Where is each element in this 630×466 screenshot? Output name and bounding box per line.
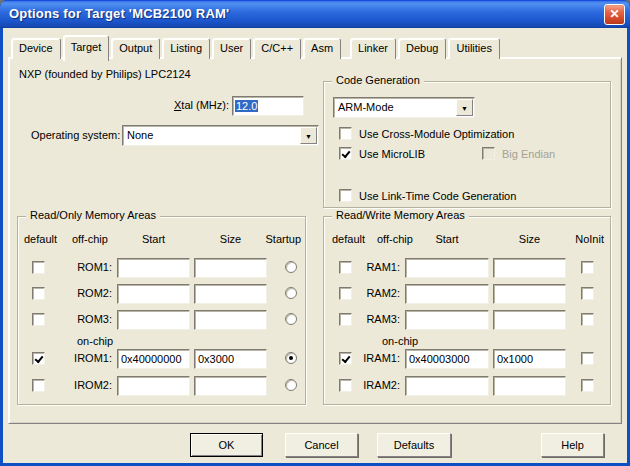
- cross-module-checkbox[interactable]: [339, 127, 352, 140]
- big-endian-checkbox: [482, 147, 495, 160]
- titlebar: Options for Target 'MCB2100 RAM' ✕: [0, 0, 630, 28]
- rom-header-size: Size: [194, 233, 267, 245]
- close-icon[interactable]: ✕: [604, 4, 625, 25]
- irom2-label: IROM2:: [38, 379, 112, 391]
- device-label: NXP (founded by Philips) LPC2124: [19, 68, 191, 80]
- iram2-row: IRAM2:: [324, 376, 610, 396]
- tab-device[interactable]: Device: [11, 38, 61, 59]
- irom1-label: IROM1:: [38, 352, 112, 364]
- os-combobox[interactable]: None ▼: [122, 125, 319, 146]
- ram2-row: RAM2:: [324, 284, 610, 304]
- chevron-down-icon[interactable]: ▼: [456, 99, 473, 116]
- irom1-row: IROM1:: [18, 349, 305, 369]
- iram1-size-input[interactable]: [493, 349, 566, 369]
- iram2-noinit-checkbox[interactable]: [581, 379, 594, 392]
- help-button[interactable]: Help: [541, 433, 604, 457]
- microlib-checkbox[interactable]: [339, 147, 352, 160]
- irom1-startup-radio[interactable]: [285, 352, 297, 364]
- cross-module-label: Use Cross-Module Optimization: [359, 128, 514, 140]
- code-mode-combobox[interactable]: ARM-Mode ▼: [333, 97, 475, 118]
- rom-areas-title: Read/Only Memory Areas: [26, 209, 160, 221]
- rom3-size-input[interactable]: [194, 310, 267, 330]
- irom2-start-input[interactable]: [117, 376, 190, 396]
- ram3-size-input[interactable]: [493, 310, 566, 330]
- code-generation-group: Code Generation ARM-Mode ▼ Use Cross-Mod…: [323, 81, 611, 208]
- rom-onchip-label: on-chip: [77, 335, 113, 347]
- ram1-noinit-checkbox[interactable]: [581, 261, 594, 274]
- ram-header-size: Size: [493, 233, 566, 245]
- link-time-checkbox[interactable]: [339, 189, 352, 202]
- os-label: Operating system:: [31, 129, 120, 141]
- rom-header-startup: Startup: [266, 233, 301, 245]
- link-time-label: Use Link-Time Code Generation: [359, 190, 516, 202]
- code-generation-title: Code Generation: [332, 74, 424, 86]
- tab-listing[interactable]: Listing: [162, 38, 210, 59]
- ram2-size-input[interactable]: [493, 284, 566, 304]
- rom3-row: ROM3:: [18, 310, 305, 330]
- ram1-row: RAM1:: [324, 258, 610, 278]
- ram-header-default: default: [332, 233, 365, 245]
- tab-output[interactable]: Output: [111, 38, 160, 59]
- tab-utilities[interactable]: Utilities: [448, 38, 499, 59]
- dialog-body: Device Target Output Listing User C/C++ …: [3, 28, 627, 463]
- defaults-button[interactable]: Defaults: [377, 433, 451, 457]
- irom1-size-input[interactable]: [194, 349, 267, 369]
- ram3-noinit-checkbox[interactable]: [581, 313, 594, 326]
- rom-header-start: Start: [117, 233, 190, 245]
- irom1-start-input[interactable]: [117, 349, 190, 369]
- xtal-input[interactable]: 12.0: [232, 96, 304, 116]
- rom-header-offchip: off-chip: [72, 233, 108, 245]
- ram2-noinit-checkbox[interactable]: [581, 287, 594, 300]
- iram1-noinit-checkbox[interactable]: [581, 352, 594, 365]
- rom3-start-input[interactable]: [117, 310, 190, 330]
- dialog-title: Options for Target 'MCB2100 RAM': [9, 6, 229, 21]
- big-endian-label: Big Endian: [502, 148, 555, 160]
- tab-strip: Device Target Output Listing User C/C++ …: [11, 33, 502, 59]
- rom2-startup-radio[interactable]: [285, 287, 297, 299]
- chevron-down-icon[interactable]: ▼: [300, 127, 317, 144]
- iram1-label: IRAM1:: [346, 352, 400, 364]
- rom3-startup-radio[interactable]: [285, 313, 297, 325]
- tab-target[interactable]: Target: [63, 35, 110, 61]
- microlib-label: Use MicroLIB: [359, 148, 425, 160]
- ram2-start-input[interactable]: [405, 284, 489, 304]
- ram-onchip-label: on-chip: [382, 335, 418, 347]
- tab-asm[interactable]: Asm: [303, 38, 341, 59]
- ok-button[interactable]: OK: [190, 433, 263, 457]
- code-mode-value: ARM-Mode: [338, 101, 394, 113]
- tab-user[interactable]: User: [212, 38, 251, 59]
- irom2-startup-radio[interactable]: [285, 379, 297, 391]
- ram1-label: RAM1:: [346, 261, 400, 273]
- iram1-row: IRAM1:: [324, 349, 610, 369]
- iram2-start-input[interactable]: [405, 376, 489, 396]
- iram2-size-input[interactable]: [493, 376, 566, 396]
- xtal-label: Xtal (MHz):: [112, 99, 229, 111]
- ram-areas-group: Read/Write Memory Areas default off-chip…: [323, 216, 611, 405]
- rom2-start-input[interactable]: [117, 284, 190, 304]
- iram1-start-input[interactable]: [405, 349, 489, 369]
- rom1-size-input[interactable]: [194, 258, 267, 278]
- rom2-size-input[interactable]: [194, 284, 267, 304]
- rom2-label: ROM2:: [38, 287, 112, 299]
- irom2-size-input[interactable]: [194, 376, 267, 396]
- tab-ccpp[interactable]: C/C++: [253, 38, 301, 59]
- rom1-start-input[interactable]: [117, 258, 190, 278]
- tab-debug[interactable]: Debug: [398, 38, 446, 59]
- os-value: None: [127, 129, 153, 141]
- rom1-startup-radio[interactable]: [285, 261, 297, 273]
- options-dialog: Options for Target 'MCB2100 RAM' ✕ Devic…: [0, 0, 630, 466]
- cancel-button[interactable]: Cancel: [285, 433, 358, 457]
- ram2-label: RAM2:: [346, 287, 400, 299]
- rom-areas-group: Read/Only Memory Areas default off-chip …: [17, 216, 306, 405]
- target-tab-panel: NXP (founded by Philips) LPC2124 Xtal (M…: [8, 57, 622, 424]
- irom2-row: IROM2:: [18, 376, 305, 396]
- rom2-row: ROM2:: [18, 284, 305, 304]
- ram3-label: RAM3:: [346, 313, 400, 325]
- tab-linker[interactable]: Linker: [350, 38, 396, 59]
- ram3-row: RAM3:: [324, 310, 610, 330]
- rom-header-default: default: [24, 233, 57, 245]
- ram1-size-input[interactable]: [493, 258, 566, 278]
- ram1-start-input[interactable]: [405, 258, 489, 278]
- ram3-start-input[interactable]: [405, 310, 489, 330]
- rom1-row: ROM1:: [18, 258, 305, 278]
